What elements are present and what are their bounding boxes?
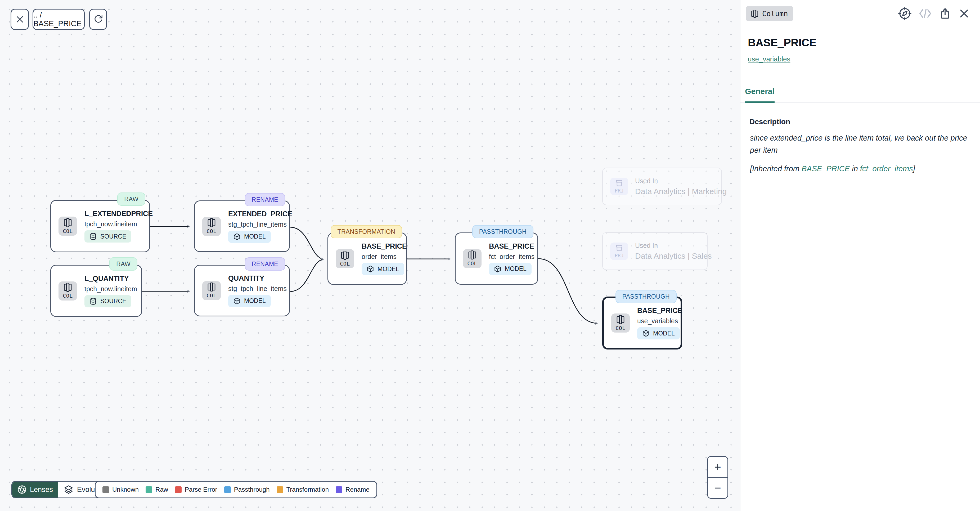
legend-swatch: [224, 486, 231, 493]
node-subtitle: stg_tpch_line_items: [228, 285, 282, 293]
lineage-node-extended-price[interactable]: RENAME COL EXTENDED_PRICE stg_tpch_line_…: [194, 201, 290, 252]
tab-general[interactable]: General: [745, 87, 775, 96]
share-button[interactable]: [939, 7, 951, 20]
tab-bar: General: [740, 79, 980, 103]
node-tag: RAW: [117, 193, 145, 206]
columns-icon: [468, 250, 477, 259]
share-icon: [939, 7, 951, 20]
cube-icon: [642, 330, 650, 337]
node-tag: RENAME: [245, 193, 285, 206]
model-badge-label: MODEL: [244, 297, 266, 304]
legend-swatch: [336, 486, 342, 493]
model-badge-label: MODEL: [377, 266, 399, 273]
archive-icon: [615, 244, 623, 252]
model-badge-label: MODEL: [653, 330, 675, 337]
model-badge: MODEL: [637, 327, 680, 339]
legend-item-parse-error: Parse Error: [175, 486, 217, 493]
used-in-node-marketing: PRJ Used In Data Analytics | Marketing: [602, 167, 722, 205]
lineage-node-base-price-order-items[interactable]: TRANSFORMATION COL BASE_PRICE order_item…: [328, 232, 407, 285]
columns-icon: [207, 218, 216, 227]
legend-item-passthrough: Passthrough: [224, 486, 270, 493]
legend-item-transformation: Transformation: [277, 486, 329, 493]
model-link[interactable]: use_variables: [748, 55, 790, 63]
project-type-badge: PRJ: [610, 242, 628, 260]
view-code-button[interactable]: [919, 8, 932, 19]
zoom-out-button[interactable]: −: [708, 478, 727, 498]
lineage-legend: Unknown Raw Parse Error Passthrough Tran…: [95, 481, 377, 498]
columns-icon: [64, 283, 72, 292]
project-kind-label: PRJ: [615, 188, 624, 194]
columns-icon: [64, 218, 72, 227]
legend-swatch: [102, 486, 109, 493]
cube-icon: [367, 265, 374, 273]
column-kind-label: COL: [63, 293, 73, 299]
node-subtitle: fct_order_items: [489, 253, 530, 261]
lineage-node-quantity[interactable]: RENAME COL QUANTITY stg_tpch_line_items …: [194, 265, 290, 317]
refresh-icon: [94, 14, 103, 24]
zoom-controls: + −: [707, 456, 728, 499]
node-subtitle: stg_tpch_line_items: [228, 221, 282, 228]
database-icon: [89, 298, 97, 305]
used-in-name: Data Analytics | Sales: [635, 252, 712, 261]
lenses-label: Lenses: [30, 486, 53, 494]
inherited-model-link[interactable]: fct_order_items: [860, 164, 913, 173]
source-badge-label: SOURCE: [100, 298, 126, 305]
lineage-node-base-price-use-variables[interactable]: PASSTHROUGH COL BASE_PRICE use_variables…: [602, 296, 682, 350]
model-badge: MODEL: [362, 263, 404, 275]
breadcrumb[interactable]: .. / BASE_PRICE: [33, 9, 85, 30]
legend-item-raw: Raw: [146, 486, 168, 493]
node-title: BASE_PRICE: [489, 242, 530, 250]
lineage-node-l-quantity[interactable]: RAW COL L_QUANTITY tpch_now.lineitem SOU…: [50, 265, 142, 317]
model-badge: MODEL: [228, 295, 271, 307]
cube-icon: [233, 297, 241, 305]
edge-extendedprice-baseprice: [290, 227, 323, 259]
code-icon: [919, 8, 932, 19]
project-type-badge: PRJ: [610, 178, 628, 195]
legend-swatch: [175, 486, 181, 493]
cube-icon: [233, 233, 241, 240]
used-in-name: Data Analytics | Marketing: [635, 187, 727, 196]
model-badge: MODEL: [228, 231, 271, 243]
lenses-button[interactable]: Lenses: [12, 482, 58, 498]
close-icon: [958, 8, 970, 19]
column-kind-label: COL: [207, 228, 216, 234]
project-kind-label: PRJ: [615, 253, 624, 258]
column-type-badge: COL: [336, 249, 354, 268]
used-in-label: Used In: [635, 177, 727, 185]
column-kind-label: COL: [616, 325, 625, 331]
column-type-badge: COL: [202, 217, 221, 236]
description-label: Description: [749, 118, 790, 126]
entity-kind-badge: Column: [746, 6, 793, 21]
model-badge-label: MODEL: [505, 265, 527, 272]
explore-button[interactable]: [898, 7, 912, 20]
inherited-column-link[interactable]: BASE_PRICE: [802, 164, 850, 173]
close-icon: [15, 14, 25, 24]
columns-icon: [616, 315, 625, 324]
node-subtitle: tpch_now.lineitem: [84, 220, 142, 228]
node-tag: RAW: [109, 257, 137, 271]
columns-icon: [207, 282, 216, 291]
lineage-node-base-price-fct-order-items[interactable]: PASSTHROUGH COL BASE_PRICE fct_order_ite…: [455, 232, 538, 285]
close-lineage-button[interactable]: [11, 9, 29, 30]
legend-item-rename: Rename: [336, 486, 369, 493]
close-panel-button[interactable]: [958, 8, 970, 19]
description-text: since extended_price is the line item to…: [750, 132, 977, 156]
legend-swatch: [277, 486, 283, 493]
edge-quantity-baseprice: [290, 259, 323, 291]
refresh-button[interactable]: [89, 9, 107, 30]
column-kind-label: COL: [207, 292, 216, 299]
lineage-node-l-extendedprice[interactable]: RAW COL L_EXTENDEDPRICE tpch_now.lineite…: [50, 200, 150, 252]
active-tab-indicator: [745, 102, 775, 103]
entity-kind-label: Column: [762, 10, 788, 18]
cube-icon: [494, 265, 501, 273]
breadcrumb-label: .. / BASE_PRICE: [33, 11, 84, 28]
node-tag: RENAME: [245, 257, 285, 271]
column-type-badge: COL: [463, 249, 482, 268]
source-badge-label: SOURCE: [100, 233, 126, 240]
source-badge: SOURCE: [84, 230, 131, 242]
model-badge: MODEL: [489, 263, 531, 275]
node-tag: PASSTHROUGH: [472, 225, 533, 238]
zoom-in-button[interactable]: +: [708, 457, 727, 478]
column-type-badge: COL: [202, 281, 221, 300]
node-title: QUANTITY: [228, 274, 282, 282]
